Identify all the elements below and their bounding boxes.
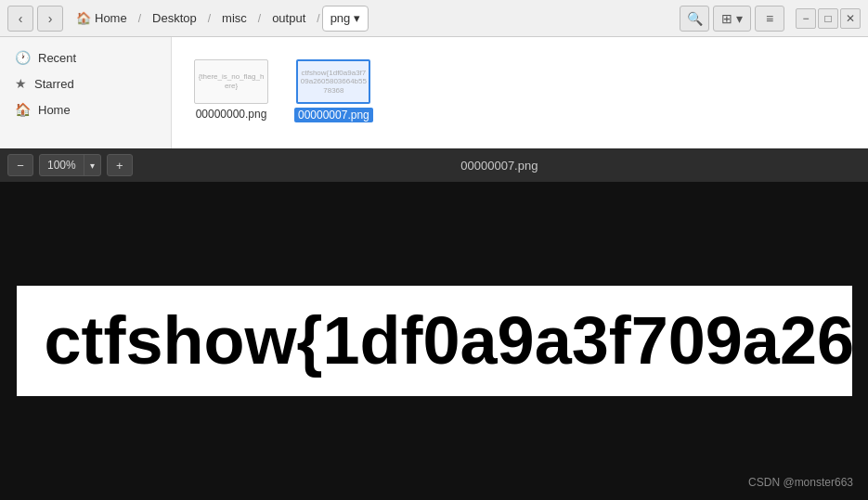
view-options-button[interactable]: ⊞ ▾ xyxy=(713,6,751,32)
watermark-text: CSDN @monster663 xyxy=(748,476,853,489)
viewer-content: ctfshow{1df0a9a3f709a2605803664b55783687… xyxy=(0,182,868,500)
viewer-plus-button[interactable]: + xyxy=(107,154,133,176)
viewer-zoom-control[interactable]: 100% ▾ xyxy=(39,154,101,176)
starred-icon: ★ xyxy=(15,76,27,91)
close-button[interactable]: ✕ xyxy=(840,8,861,29)
viewer-toolbar: − 100% ▾ + 00000007.png xyxy=(0,148,868,182)
location-home[interactable]: 🏠 Home xyxy=(67,6,136,32)
search-icon: 🔍 xyxy=(687,11,703,26)
file-name-0: 00000000.png xyxy=(196,108,267,121)
window-controls: − □ ✕ xyxy=(796,8,861,29)
search-button[interactable]: 🔍 xyxy=(680,6,709,32)
titlebar-actions: 🔍 ⊞ ▾ ≡ xyxy=(680,6,784,32)
zoom-level-label: 100% xyxy=(40,159,84,172)
image-viewer: − 100% ▾ + 00000007.png ctfshow{1df0a9a3… xyxy=(0,148,868,500)
viewer-title: 00000007.png xyxy=(138,159,861,173)
viewer-minus-button[interactable]: − xyxy=(7,154,33,176)
ctf-flag-text: ctfshow{1df0a9a3f709a2605803664b55783687… xyxy=(45,304,852,378)
location-misc[interactable]: misc xyxy=(213,6,256,32)
zoom-dropdown-arrow[interactable]: ▾ xyxy=(84,155,100,175)
file-name-1: 00000007.png xyxy=(294,108,373,122)
file-item-1[interactable]: ctfshow{1df0a9a3f709a2605803664b5578368 … xyxy=(291,56,377,126)
maximize-button[interactable]: □ xyxy=(818,8,838,29)
home-sidebar-icon: 🏠 xyxy=(15,102,31,117)
location-bar: 🏠 Home / Desktop / misc / output / png ▾ xyxy=(67,6,676,32)
filter-dropdown[interactable]: png ▾ xyxy=(322,6,369,32)
menu-icon: ≡ xyxy=(766,11,773,26)
sidebar: 🕐 Recent ★ Starred 🏠 Home xyxy=(0,37,172,148)
image-display: ctfshow{1df0a9a3f709a2605803664b55783687… xyxy=(17,286,852,396)
sidebar-item-home[interactable]: 🏠 Home xyxy=(0,96,171,122)
file-thumb-1: ctfshow{1df0a9a3f709a2605803664b5578368 xyxy=(296,59,370,104)
location-output[interactable]: output xyxy=(263,6,315,32)
menu-button[interactable]: ≡ xyxy=(755,6,784,32)
forward-button[interactable]: › xyxy=(37,6,63,32)
file-manager-body: 🕐 Recent ★ Starred 🏠 Home {there_is_no_f… xyxy=(0,37,868,148)
file-thumb-0: {there_is_no_flag_here} xyxy=(194,59,268,104)
location-desktop[interactable]: Desktop xyxy=(143,6,206,32)
home-icon: 🏠 xyxy=(76,11,91,25)
back-button[interactable]: ‹ xyxy=(7,6,33,32)
titlebar: ‹ › 🏠 Home / Desktop / misc / output / p… xyxy=(0,0,868,37)
minimize-button[interactable]: − xyxy=(796,8,816,29)
sidebar-item-starred[interactable]: ★ Starred xyxy=(0,71,171,96)
file-area[interactable]: {there_is_no_flag_here} 00000000.png ctf… xyxy=(172,37,868,148)
file-item-0[interactable]: {there_is_no_flag_here} 00000000.png xyxy=(190,56,272,124)
recent-icon: 🕐 xyxy=(15,50,31,65)
sidebar-item-recent[interactable]: 🕐 Recent xyxy=(0,45,171,71)
view-icon: ⊞ xyxy=(721,11,732,26)
